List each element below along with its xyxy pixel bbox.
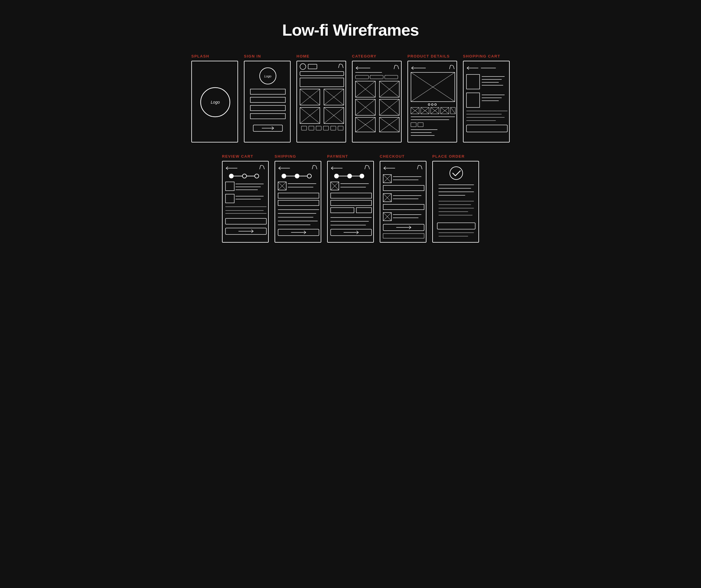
svg-rect-178 bbox=[383, 234, 424, 238]
label-shopping-cart: SHOPPING CART bbox=[463, 54, 500, 58]
svg-point-141 bbox=[347, 174, 352, 178]
svg-rect-28 bbox=[316, 126, 321, 130]
svg-point-179 bbox=[450, 167, 463, 180]
svg-rect-150 bbox=[330, 200, 372, 206]
svg-point-61 bbox=[435, 104, 436, 105]
svg-rect-151 bbox=[330, 208, 354, 213]
svg-rect-29 bbox=[323, 126, 328, 130]
svg-rect-90 bbox=[466, 93, 480, 107]
svg-rect-27 bbox=[309, 126, 314, 130]
svg-point-139 bbox=[334, 174, 338, 178]
svg-rect-31 bbox=[338, 126, 343, 130]
svg-rect-79 bbox=[418, 122, 423, 127]
svg-text:Logo: Logo bbox=[264, 74, 271, 78]
label-payment: PAYMENT bbox=[327, 154, 348, 159]
svg-rect-152 bbox=[357, 208, 372, 213]
frame-review-cart: REVIEW CART bbox=[222, 154, 269, 243]
svg-rect-4 bbox=[250, 89, 285, 94]
svg-rect-26 bbox=[301, 126, 307, 130]
svg-rect-149 bbox=[330, 193, 372, 198]
svg-rect-109 bbox=[226, 194, 234, 203]
frame-splash: SPLASH Logo bbox=[191, 54, 238, 142]
row-2: REVIEW CART bbox=[146, 154, 555, 243]
svg-text:Logo: Logo bbox=[211, 100, 220, 104]
svg-rect-7 bbox=[250, 113, 285, 119]
svg-point-104 bbox=[255, 174, 259, 178]
svg-point-143 bbox=[360, 174, 364, 178]
svg-rect-129 bbox=[278, 193, 319, 198]
svg-point-10 bbox=[300, 64, 306, 69]
svg-rect-105 bbox=[226, 182, 234, 191]
label-home: HOME bbox=[296, 54, 310, 58]
svg-rect-36 bbox=[385, 75, 398, 79]
svg-rect-130 bbox=[278, 200, 319, 206]
frame-shipping: SHIPPING bbox=[274, 154, 321, 243]
frame-checkout: CHECKOUT bbox=[380, 154, 427, 243]
svg-rect-189 bbox=[437, 223, 475, 229]
svg-rect-98 bbox=[466, 125, 507, 132]
svg-rect-30 bbox=[330, 126, 336, 130]
svg-point-119 bbox=[282, 174, 286, 178]
svg-rect-34 bbox=[356, 75, 369, 79]
frame-payment: PAYMENT bbox=[327, 154, 374, 243]
label-shipping: SHIPPING bbox=[274, 154, 296, 159]
frame-product-details: PRODUCT DETAILS bbox=[408, 54, 457, 142]
frame-shopping-cart: SHOPPING CART bbox=[463, 54, 510, 142]
svg-rect-12 bbox=[300, 71, 344, 76]
frame-place-order: PLACE ORDER bbox=[432, 154, 479, 243]
page-title: Low-fi Wireframes bbox=[282, 20, 419, 39]
svg-rect-78 bbox=[411, 122, 416, 127]
svg-rect-11 bbox=[308, 64, 317, 69]
svg-point-60 bbox=[431, 104, 433, 105]
label-category: CATEGORY bbox=[352, 54, 377, 58]
label-review-cart: REVIEW CART bbox=[222, 154, 254, 159]
label-checkout: CHECKOUT bbox=[380, 154, 405, 159]
label-splash: SPLASH bbox=[191, 54, 209, 58]
row-1: SPLASH Logo SIGN IN Logo bbox=[146, 54, 555, 142]
frame-category: CATEGORY bbox=[352, 54, 402, 142]
svg-rect-115 bbox=[226, 218, 266, 224]
svg-point-59 bbox=[428, 104, 430, 105]
svg-rect-170 bbox=[383, 204, 424, 210]
label-sign-in: SIGN IN bbox=[244, 54, 261, 58]
svg-rect-13 bbox=[300, 78, 344, 87]
svg-line-75 bbox=[451, 107, 455, 114]
svg-rect-164 bbox=[383, 186, 424, 191]
frame-sign-in: SIGN IN Logo bbox=[244, 54, 291, 142]
svg-point-121 bbox=[295, 174, 299, 178]
wireframes-container: SPLASH Logo SIGN IN Logo bbox=[146, 54, 555, 243]
svg-point-100 bbox=[229, 174, 233, 178]
svg-point-123 bbox=[307, 174, 311, 178]
svg-point-102 bbox=[242, 174, 246, 178]
svg-rect-85 bbox=[466, 74, 480, 89]
label-product-details: PRODUCT DETAILS bbox=[408, 54, 450, 58]
label-place-order: PLACE ORDER bbox=[432, 154, 465, 159]
svg-rect-5 bbox=[250, 97, 285, 102]
frame-home: HOME bbox=[296, 54, 346, 142]
svg-rect-6 bbox=[250, 105, 285, 111]
svg-rect-35 bbox=[370, 75, 383, 79]
